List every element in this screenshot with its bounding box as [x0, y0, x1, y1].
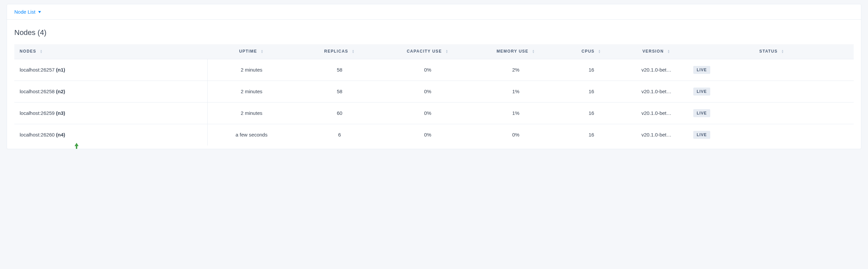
col-header-nodes[interactable]: Nodes ▲▼	[14, 44, 207, 59]
cell-cpus: 16	[560, 59, 623, 81]
cell-cpus: 16	[560, 102, 623, 124]
col-header-uptime[interactable]: Uptime ▲▼	[207, 44, 296, 59]
cell-replicas: 58	[296, 59, 384, 81]
cell-version: v20.1.0-bet…	[623, 59, 690, 81]
status-badge: LIVE	[693, 66, 710, 74]
cell-version: v20.1.0-bet…	[623, 81, 690, 102]
cell-version: v20.1.0-bet…	[623, 124, 690, 146]
page-title: Nodes (4)	[14, 28, 854, 37]
node-host: localhost:26260	[20, 132, 55, 138]
cell-capacity: 0%	[384, 124, 472, 146]
col-header-cpus[interactable]: CPUs ▲▼	[560, 44, 623, 59]
cell-uptime: 2 minutes	[207, 59, 296, 81]
col-header-label: Status	[760, 49, 778, 54]
cell-replicas: 60	[296, 102, 384, 124]
col-header-memory[interactable]: Memory Use ▲▼	[472, 44, 560, 59]
col-header-version[interactable]: Version ▲▼	[623, 44, 690, 59]
node-host: localhost:26257	[20, 67, 55, 72]
cell-status: LIVE	[690, 59, 854, 81]
col-header-label: Replicas	[324, 49, 348, 54]
col-header-status[interactable]: Status ▲▼	[690, 44, 854, 59]
col-header-capacity[interactable]: Capacity Use ▲▼	[384, 44, 472, 59]
cell-status: LIVE	[690, 102, 854, 124]
cell-capacity: 0%	[384, 102, 472, 124]
col-header-label: Nodes	[20, 49, 36, 54]
cell-uptime: 2 minutes	[207, 81, 296, 102]
table-body: localhost:26257 (n1) 2 minutes 58 0% 2% …	[14, 59, 854, 146]
status-badge: LIVE	[693, 131, 710, 139]
cell-replicas: 6	[296, 124, 384, 146]
status-badge: LIVE	[693, 109, 710, 117]
sort-icon: ▲▼	[598, 50, 601, 54]
table-row: localhost:26258 (n2) 2 minutes 58 0% 1% …	[14, 81, 854, 102]
caret-down-icon[interactable]: ▼	[37, 10, 42, 13]
cell-node[interactable]: localhost:26260 (n4)	[14, 124, 207, 146]
status-badge: LIVE	[693, 88, 710, 95]
cell-status: LIVE	[690, 81, 854, 102]
node-host: localhost:26258	[20, 89, 55, 94]
sort-icon: ▲▼	[446, 50, 448, 54]
cell-memory: 1%	[472, 81, 560, 102]
cell-cpus: 16	[560, 81, 623, 102]
cell-version: v20.1.0-bet…	[623, 102, 690, 124]
cell-node[interactable]: localhost:26257 (n1)	[14, 59, 207, 81]
cell-node[interactable]: localhost:26258 (n2)	[14, 81, 207, 102]
table-row: localhost:26260 (n4) a few seconds 6 0% …	[14, 124, 854, 146]
sort-icon: ▲▼	[352, 50, 355, 54]
table-row: localhost:26259 (n3) 2 minutes 60 0% 1% …	[14, 102, 854, 124]
sort-icon: ▲▼	[532, 50, 535, 54]
content-area: Nodes (4) Nodes ▲▼ Uptime ▲▼	[7, 20, 861, 149]
col-header-label: Version	[642, 49, 664, 54]
cell-memory: 2%	[472, 59, 560, 81]
title-count: 4	[40, 28, 44, 37]
node-id: (n4)	[56, 132, 65, 138]
sort-icon: ▲▼	[667, 50, 670, 54]
cell-capacity: 0%	[384, 59, 472, 81]
cell-uptime: 2 minutes	[207, 102, 296, 124]
table-row: localhost:26257 (n1) 2 minutes 58 0% 2% …	[14, 59, 854, 81]
cell-status: LIVE	[690, 124, 854, 146]
cell-capacity: 0%	[384, 81, 472, 102]
nodes-table: Nodes ▲▼ Uptime ▲▼ Replicas ▲▼ Capacity …	[14, 44, 854, 146]
cell-cpus: 16	[560, 124, 623, 146]
col-header-label: Memory Use	[497, 49, 529, 54]
node-host: localhost:26259	[20, 110, 55, 116]
col-header-label: Uptime	[239, 49, 257, 54]
col-header-replicas[interactable]: Replicas ▲▼	[296, 44, 384, 59]
node-id: (n2)	[56, 89, 65, 94]
cell-memory: 1%	[472, 102, 560, 124]
node-id: (n3)	[56, 110, 65, 116]
node-id: (n1)	[56, 67, 65, 72]
cell-memory: 0%	[472, 124, 560, 146]
breadcrumb-current[interactable]: Node List	[14, 9, 35, 14]
sort-icon: ▲▼	[40, 50, 43, 54]
arrow-up-icon	[73, 142, 80, 149]
col-header-label: Capacity Use	[407, 49, 442, 54]
breadcrumb: Node List ▼	[7, 4, 861, 20]
cell-node[interactable]: localhost:26259 (n3)	[14, 102, 207, 124]
col-header-label: CPUs	[582, 49, 594, 54]
nodes-card: Node List ▼ Nodes (4) Nodes ▲▼ Uptime	[7, 4, 861, 149]
table-header-row: Nodes ▲▼ Uptime ▲▼ Replicas ▲▼ Capacity …	[14, 44, 854, 59]
cell-replicas: 58	[296, 81, 384, 102]
sort-icon: ▲▼	[260, 50, 264, 54]
cell-uptime: a few seconds	[207, 124, 296, 146]
sort-icon: ▲▼	[781, 50, 784, 54]
title-text: Nodes	[14, 28, 36, 37]
